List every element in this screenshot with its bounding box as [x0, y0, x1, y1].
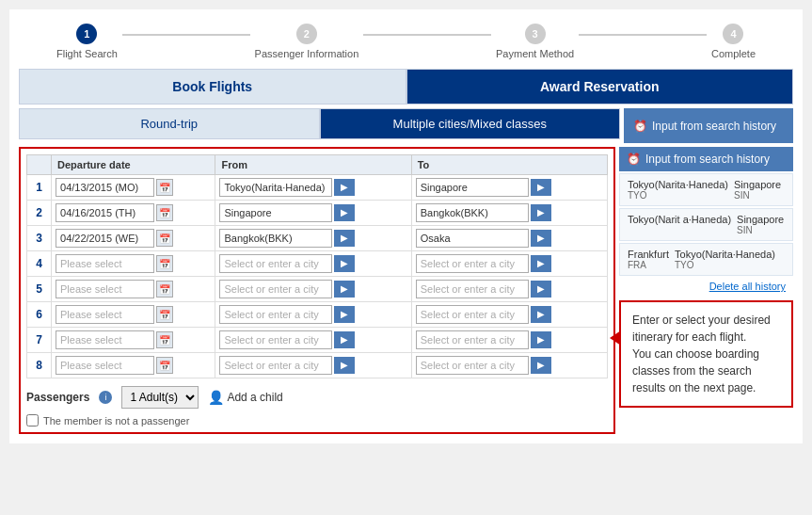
to-arrow-icon[interactable]: ▶	[531, 357, 551, 374]
from-city-input[interactable]	[219, 356, 332, 375]
to-arrow-icon[interactable]: ▶	[531, 255, 551, 272]
from-city-cell: ▶	[215, 277, 411, 302]
from-arrow-icon[interactable]: ▶	[334, 255, 355, 272]
col-departure: Departure date	[52, 155, 215, 175]
hist-to-city: Tokyo(Narita·Haneda)	[675, 249, 775, 260]
to-city-input[interactable]	[416, 330, 529, 349]
departure-date-input[interactable]	[56, 178, 154, 197]
departure-date-input[interactable]	[56, 229, 154, 248]
table-row: 3 📅 ▶ ▶	[27, 226, 608, 251]
step-2: 2 Passenger Information	[255, 24, 359, 59]
to-arrow-icon[interactable]: ▶	[531, 331, 551, 348]
row-number: 3	[27, 226, 52, 251]
from-city-cell: ▶	[215, 226, 411, 251]
calendar-icon[interactable]: 📅	[156, 357, 173, 374]
to-city-input[interactable]	[416, 203, 529, 222]
to-city-input[interactable]	[416, 178, 529, 197]
from-arrow-icon[interactable]: ▶	[334, 179, 355, 196]
add-child-button[interactable]: 👤 Add a child	[208, 390, 282, 405]
from-city-input[interactable]	[219, 178, 332, 197]
clock-icon: ⏰	[633, 120, 647, 133]
col-from: From	[215, 155, 411, 175]
history-item[interactable]: Frankfurt FRA Tokyo(Narita·Haneda) TYO	[619, 243, 793, 276]
to-arrow-icon[interactable]: ▶	[531, 281, 551, 298]
history-button[interactable]: ⏰ Input from search history	[624, 108, 793, 143]
from-city-cell: ▶	[215, 201, 411, 226]
departure-date-input[interactable]	[56, 305, 154, 324]
to-arrow-icon[interactable]: ▶	[531, 306, 551, 323]
to-arrow-icon[interactable]: ▶	[531, 179, 551, 196]
step-circle-1: 1	[76, 24, 97, 44]
adults-select[interactable]: 1 Adult(s) 2 Adult(s) 3 Adult(s)	[121, 386, 199, 409]
progress-line-2	[363, 34, 491, 36]
tab-award-reservation[interactable]: Award Reservation	[406, 69, 794, 105]
table-row: 8 📅 ▶ ▶	[27, 353, 608, 378]
history-item[interactable]: Tokyo(Narita·Haneda) TYO Singapore SIN	[619, 173, 793, 206]
from-city-cell: ▶	[215, 251, 411, 277]
add-child-label: Add a child	[227, 391, 282, 404]
hist-from-code: FRA	[628, 260, 669, 270]
to-city-input[interactable]	[416, 280, 529, 298]
to-arrow-icon[interactable]: ▶	[531, 204, 551, 221]
progress-line-1	[122, 34, 250, 36]
departure-date-cell: 📅	[52, 251, 215, 277]
step-4: 4 Complete	[711, 24, 756, 59]
col-to: To	[411, 155, 607, 175]
departure-date-input[interactable]	[56, 330, 154, 349]
departure-date-input[interactable]	[56, 280, 154, 298]
from-arrow-icon[interactable]: ▶	[334, 331, 355, 348]
from-arrow-icon[interactable]: ▶	[334, 230, 355, 247]
calendar-icon[interactable]: 📅	[156, 331, 173, 348]
history-item[interactable]: Tokyo(Narit a·Haneda) Singapore SIN	[619, 208, 793, 241]
child-icon: 👤	[208, 390, 224, 405]
from-arrow-icon[interactable]: ▶	[334, 306, 355, 323]
from-arrow-icon[interactable]: ▶	[334, 281, 355, 298]
member-check-label: The member is not a passenger	[43, 415, 189, 426]
from-city-input[interactable]	[219, 280, 332, 298]
calendar-icon[interactable]: 📅	[156, 306, 173, 323]
to-city-cell: ▶	[411, 226, 607, 251]
calendar-icon[interactable]: 📅	[156, 204, 173, 221]
to-city-input[interactable]	[416, 254, 529, 273]
from-city-cell: ▶	[215, 302, 411, 328]
hist-to-code: SIN	[737, 225, 784, 235]
main-tabs: Book Flights Award Reservation	[19, 69, 793, 105]
to-city-input[interactable]	[416, 356, 529, 375]
calendar-icon[interactable]: 📅	[156, 255, 173, 272]
to-city-cell: ▶	[411, 175, 607, 201]
row-number: 6	[27, 302, 52, 328]
to-city-input[interactable]	[416, 229, 529, 248]
from-city-input[interactable]	[219, 330, 332, 349]
table-row: 4 📅 ▶ ▶	[27, 251, 608, 277]
from-city-input[interactable]	[219, 305, 332, 324]
table-row: 1 📅 ▶ ▶	[27, 175, 608, 201]
tab-book-flights[interactable]: Book Flights	[19, 69, 406, 105]
from-arrow-icon[interactable]: ▶	[334, 357, 355, 374]
to-city-input[interactable]	[416, 305, 529, 324]
step-label-4: Complete	[711, 48, 756, 59]
from-arrow-icon[interactable]: ▶	[334, 204, 355, 221]
member-checkbox[interactable]	[26, 414, 39, 426]
departure-date-cell: 📅	[52, 328, 215, 353]
from-city-input[interactable]	[219, 254, 332, 273]
to-city-cell: ▶	[411, 251, 607, 277]
tab-multiple-cities[interactable]: Multiple cities/Mixed classes	[320, 108, 621, 139]
calendar-icon[interactable]: 📅	[156, 281, 173, 298]
from-city-input[interactable]	[219, 203, 332, 222]
calendar-icon[interactable]: 📅	[156, 179, 173, 196]
departure-date-input[interactable]	[56, 203, 154, 222]
step-circle-4: 4	[723, 24, 743, 44]
to-city-cell: ▶	[411, 201, 607, 226]
hist-to-code: SIN	[734, 190, 781, 201]
from-city-cell: ▶	[215, 328, 411, 353]
hist-to-city: Singapore	[737, 214, 784, 225]
delete-history-link[interactable]: Delete all history	[709, 281, 786, 292]
hist-to-code: TYO	[675, 260, 775, 270]
passengers-label: Passengers	[26, 391, 89, 404]
to-arrow-icon[interactable]: ▶	[531, 230, 551, 247]
tab-round-trip[interactable]: Round-trip	[19, 108, 320, 139]
departure-date-input[interactable]	[56, 356, 154, 375]
calendar-icon[interactable]: 📅	[156, 230, 173, 247]
from-city-input[interactable]	[219, 229, 332, 248]
departure-date-input[interactable]	[56, 254, 154, 273]
